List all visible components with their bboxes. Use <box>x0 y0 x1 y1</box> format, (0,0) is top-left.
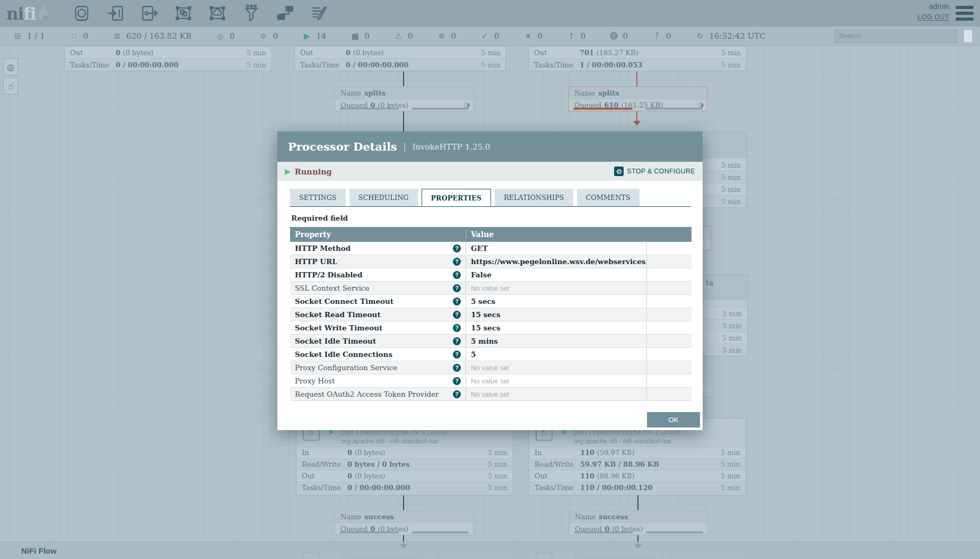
property-row: Socket Idle Connections?5 <box>290 348 692 361</box>
stop-and-configure-button[interactable]: ⚙ STOP & CONFIGURE <box>614 167 695 176</box>
cluster-icon: ⊞ <box>13 31 22 41</box>
running-icon: ▶ <box>302 31 311 41</box>
search-input[interactable] <box>834 29 957 43</box>
nifi-logo-text-dark: ni <box>6 6 23 22</box>
processor-name-clipped: ta <box>706 278 713 287</box>
status-transmitting: ◎0 <box>216 31 235 41</box>
nifi-logo: nifi <box>6 5 65 22</box>
help-icon[interactable]: ? <box>453 244 461 252</box>
panel-toggle-icon[interactable] <box>964 30 973 42</box>
status-up-to-date: ✓0 <box>480 31 500 41</box>
running-status-label: Running <box>295 167 332 176</box>
queued-icon: ≣ <box>112 31 121 41</box>
property-row: HTTP URL?https://www.pegelonline.wsv.de/… <box>290 255 692 268</box>
property-row: Proxy Host?No value set <box>290 374 692 388</box>
running-status-icon: ▶ <box>285 167 291 176</box>
tab-settings[interactable]: SETTINGS <box>290 189 346 206</box>
properties-table-header: Property Value <box>290 227 692 242</box>
input-port-icon[interactable] <box>107 4 125 22</box>
processor-type-version: InvokeHTTP 1.25.0 <box>412 142 490 152</box>
tab-scheduling[interactable]: SCHEDULING <box>349 189 418 206</box>
threads-icon: ∷ <box>69 31 78 41</box>
tab-properties[interactable]: PROPERTIES <box>422 189 491 206</box>
ok-button[interactable]: OK <box>647 412 700 427</box>
property-row: Socket Read Timeout?15 secs <box>290 308 692 321</box>
property-row: SSL Context Service?No value set <box>290 282 692 295</box>
pan-hand-button[interactable]: ☝ <box>3 77 18 94</box>
dialog-title: Processor Details <box>288 140 397 153</box>
properties-table: Property Value HTTP Method?GET HTTP URL?… <box>290 227 692 401</box>
stop-configure-gear-icon: ⚙ <box>614 167 624 176</box>
not-transmitting-icon: ⊘ <box>259 31 268 41</box>
processor-details-dialog: Processor Details | InvokeHTTP 1.25.0 ▶ … <box>277 132 703 430</box>
property-row: HTTP/2 Disabled?False <box>290 268 692 282</box>
status-bar: ⊞1 / 1 ∷0 ≣620 / 163.82 KB ◎0 ⊘0 ▶14 ■0 … <box>0 27 980 46</box>
help-icon[interactable]: ? <box>453 377 461 385</box>
load-balance-indicator-icon: ◑ <box>698 101 704 109</box>
processor-bundle: org.apache.nifi - nifi-standard-nar <box>574 438 671 445</box>
connection-success-1[interactable]: Namesuccess Queued0(0 bytes) <box>335 510 474 535</box>
status-locally-modified-stale: !0 <box>610 31 628 41</box>
stopped-icon: ■ <box>351 31 360 41</box>
sync-failure-icon: ? <box>652 31 661 41</box>
status-refresh[interactable]: ↻16:52:42 UTC <box>696 31 766 41</box>
locally-modified-stale-icon: ! <box>610 32 618 40</box>
help-icon[interactable]: ? <box>453 311 461 319</box>
current-user: admin <box>917 2 949 11</box>
global-menu-icon[interactable] <box>956 6 974 21</box>
connection-success-2[interactable]: Namesuccess Queued0(0 bytes) <box>569 510 708 535</box>
transmitting-icon: ◎ <box>216 31 225 41</box>
logout-link[interactable]: LOG OUT <box>917 13 949 21</box>
help-icon[interactable]: ? <box>453 284 461 292</box>
remote-process-group-icon[interactable] <box>208 4 226 22</box>
hand-icon: ☝ <box>8 81 13 91</box>
load-balance-indicator-icon: ◑ <box>464 101 470 109</box>
label-icon[interactable] <box>310 4 328 22</box>
processor-icon[interactable] <box>73 4 91 22</box>
help-icon[interactable]: ? <box>453 364 461 372</box>
locally-modified-icon: ∗ <box>523 31 532 41</box>
help-icon[interactable]: ? <box>453 298 461 305</box>
status-disabled: ⊗0 <box>437 31 456 41</box>
help-icon[interactable]: ? <box>453 258 461 266</box>
help-icon[interactable]: ? <box>453 271 461 279</box>
required-field-note: Required field <box>291 214 690 222</box>
invalid-icon: ⚠ <box>394 31 403 41</box>
status-threads: ∷0 <box>69 31 89 41</box>
connection-splits-2[interactable]: Namesplits Queued610(161.25 KB) ◑ <box>568 86 707 111</box>
property-row: Socket Connect Timeout?5 secs <box>290 295 692 308</box>
status-cluster: ⊞1 / 1 <box>13 31 45 41</box>
help-icon[interactable]: ? <box>453 390 461 398</box>
nifi-drop-icon <box>37 5 50 22</box>
nifi-logo-text-light: fi <box>23 6 36 22</box>
breadcrumb[interactable]: NiFi Flow <box>21 546 57 555</box>
connection-splits-1[interactable]: Namesplits Queued0(0 bytes) ◑ <box>335 86 474 111</box>
status-invalid: ⚠0 <box>394 31 413 41</box>
property-row: Proxy Configuration Service?No value set <box>290 361 692 374</box>
help-icon[interactable]: ? <box>453 351 461 359</box>
help-icon[interactable]: ? <box>453 337 461 345</box>
status-stopped: ■0 <box>351 31 370 41</box>
help-icon[interactable]: ? <box>453 324 461 332</box>
tab-relationships[interactable]: RELATIONSHIPS <box>495 189 573 206</box>
processor-top-1[interactable]: Out0 (0 bytes)5 min Tasks/Time0 / 00:00:… <box>64 46 272 71</box>
birdseye-icon: ◎ <box>7 62 14 72</box>
refresh-icon[interactable]: ↻ <box>696 31 705 41</box>
processor-top-2[interactable]: Out0 (0 bytes)5 min Tasks/Time0 / 00:00:… <box>294 46 506 71</box>
property-row: Request OAuth2 Access Token Provider?No … <box>290 388 692 401</box>
status-queued: ≣620 / 163.82 KB <box>112 31 191 41</box>
funnel-icon[interactable] <box>242 4 260 22</box>
birdseye-button[interactable]: ◎ <box>3 58 18 75</box>
property-row: Socket Idle Timeout?5 mins <box>290 335 692 348</box>
tab-comments[interactable]: COMMENTS <box>577 189 640 206</box>
top-toolbar: nifi admin LOG OUT <box>0 0 980 27</box>
process-group-icon[interactable] <box>174 4 192 22</box>
processor-bundle: org.apache.nifi - nifi-standard-nar <box>341 438 439 445</box>
processor-top-3[interactable]: Out701 (185.27 KB)5 min Tasks/Time1 / 00… <box>528 46 747 71</box>
status-stale: ↑0 <box>567 31 586 41</box>
output-port-icon[interactable] <box>141 4 159 22</box>
template-icon[interactable] <box>276 4 294 22</box>
status-not-transmitting: ⊘0 <box>259 31 278 41</box>
stale-icon: ↑ <box>567 31 576 41</box>
status-sync-failure: ?0 <box>652 31 671 41</box>
